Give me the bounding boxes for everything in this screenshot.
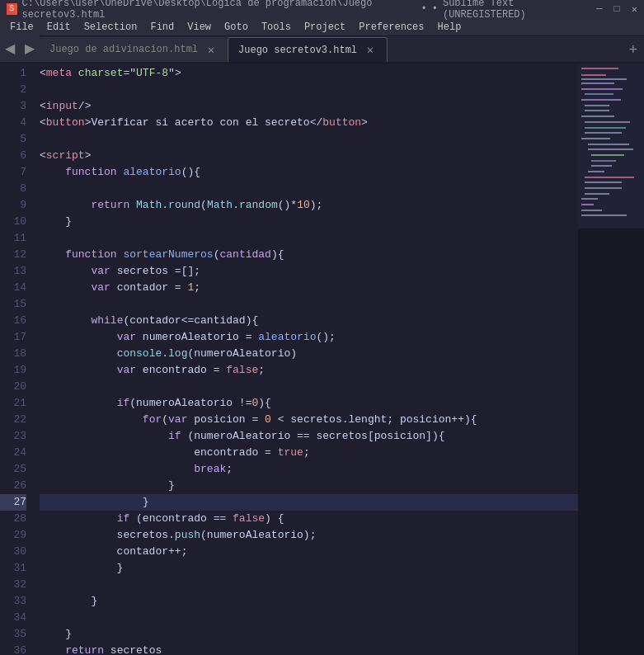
menu-file[interactable]: File (3, 20, 40, 35)
menu-project[interactable]: Project (298, 20, 352, 35)
svg-rect-17 (588, 148, 633, 150)
title-separator: • (421, 3, 427, 15)
line-numbers: 1 2 3 4 5 6 7 8 9 10 11 12 13 14 15 16 1… (0, 64, 35, 655)
svg-rect-14 (585, 132, 622, 134)
code-line-4: <button>Verificar si acerto con el secre… (40, 115, 578, 131)
code-line-28: if (encontrado == false) { (40, 511, 578, 527)
tab-bar: ◀ ▶ Juego de adivinacion.html ✕ Juego se… (0, 36, 644, 64)
code-line-12: function sortearNumeros(cantidad){ (40, 247, 578, 263)
svg-rect-13 (585, 127, 626, 129)
code-line-9: return Math.round(Math.random()*10); (40, 197, 578, 214)
code-line-26: } (40, 478, 578, 494)
code-line-15 (40, 296, 578, 313)
tab-adivinacion[interactable]: Juego de adivinacion.html ✕ (40, 37, 228, 62)
line-num-22: 22 (0, 412, 26, 428)
code-line-1: <meta charset="UTF-8"> (40, 65, 578, 82)
code-line-6: <script> (40, 148, 578, 164)
line-num-18: 18 (0, 346, 26, 362)
line-num-30: 30 (0, 544, 26, 560)
tab-prev-button[interactable]: ◀ (0, 35, 20, 62)
menu-find[interactable]: Find (143, 20, 181, 35)
svg-rect-7 (585, 93, 613, 95)
editor: 1 2 3 4 5 6 7 8 9 10 11 12 13 14 15 16 1… (0, 64, 644, 655)
title-path: C:\Users\user\OneDrive\Desktop\Logica de… (22, 0, 416, 21)
svg-rect-28 (581, 210, 602, 211)
line-num-12: 12 (0, 247, 26, 263)
window-maximize[interactable]: □ (614, 3, 620, 15)
code-line-3: <input/> (40, 98, 578, 115)
line-num-16: 16 (0, 313, 26, 329)
line-num-4: 4 (0, 115, 26, 131)
code-line-16: while(contador<=cantidad){ (40, 313, 578, 329)
svg-rect-6 (581, 88, 623, 90)
menu-selection[interactable]: Selection (78, 20, 144, 35)
menu-help[interactable]: Help (431, 20, 468, 35)
svg-rect-22 (585, 177, 634, 178)
code-line-34 (40, 610, 578, 626)
tab-secreto-close[interactable]: ✕ (364, 44, 377, 57)
line-num-3: 3 (0, 98, 26, 115)
title-separator2: • (432, 3, 438, 15)
line-num-17: 17 (0, 329, 26, 346)
tab-secreto[interactable]: Juego secretov3.html ✕ (228, 37, 388, 62)
menu-tools[interactable]: Tools (255, 20, 298, 35)
code-line-24: encontrado = true; (40, 445, 578, 461)
line-num-33: 33 (0, 593, 26, 610)
line-num-11: 11 (0, 230, 26, 247)
svg-rect-19 (591, 160, 616, 162)
code-line-35: } (40, 626, 578, 643)
code-line-36: return secretos (40, 643, 578, 655)
line-num-23: 23 (0, 428, 26, 445)
svg-rect-3 (581, 74, 606, 76)
menu-edit[interactable]: Edit (40, 20, 78, 35)
svg-rect-8 (581, 99, 621, 101)
svg-rect-5 (581, 82, 614, 84)
svg-rect-23 (585, 181, 622, 183)
tab-add-button[interactable]: + (622, 37, 644, 62)
tab-next-button[interactable]: ▶ (20, 35, 40, 62)
line-num-32: 32 (0, 577, 26, 593)
code-line-33: } (40, 593, 578, 610)
line-num-5: 5 (0, 131, 26, 148)
code-line-14: var contador = 1; (40, 280, 578, 296)
line-num-2: 2 (0, 82, 26, 98)
line-num-10: 10 (0, 214, 26, 230)
svg-rect-21 (588, 171, 604, 172)
menu-view[interactable]: View (181, 20, 218, 35)
line-num-14: 14 (0, 280, 26, 296)
svg-rect-25 (585, 193, 609, 195)
code-area[interactable]: <meta charset="UTF-8"> <input/> <button>… (35, 64, 578, 655)
line-num-21: 21 (0, 395, 26, 412)
code-line-27: } (40, 494, 578, 511)
window-close[interactable]: ✕ (632, 3, 637, 16)
svg-rect-2 (581, 68, 618, 69)
line-num-24: 24 (0, 445, 26, 461)
code-line-31: } (40, 560, 578, 577)
svg-rect-4 (581, 78, 627, 80)
app-icon: S (7, 3, 17, 15)
menu-bar: File Edit Selection Find View Goto Tools… (0, 18, 644, 36)
code-line-8 (40, 181, 578, 197)
tab-adivinacion-close[interactable]: ✕ (204, 43, 218, 56)
menu-goto[interactable]: Goto (218, 20, 255, 35)
svg-rect-16 (588, 144, 629, 145)
line-num-25: 25 (0, 461, 26, 478)
tab-secreto-label: Juego secretov3.html (238, 45, 357, 56)
line-num-36: 36 (0, 643, 26, 655)
line-num-34: 34 (0, 610, 26, 626)
code-line-20 (40, 379, 578, 395)
svg-rect-12 (585, 121, 630, 123)
line-num-8: 8 (0, 181, 26, 197)
line-num-9: 9 (0, 197, 26, 214)
code-line-18: console.log(numeroAleatorio) (40, 346, 578, 362)
window-minimize[interactable]: ─ (596, 3, 602, 15)
line-num-6: 6 (0, 148, 26, 164)
code-line-7: function aleatorio(){ (40, 164, 578, 181)
line-num-29: 29 (0, 527, 26, 544)
menu-preferences[interactable]: Preferences (352, 20, 430, 35)
code-line-5 (40, 131, 578, 148)
code-line-11 (40, 230, 578, 247)
code-line-23: if (numeroAleatorio == secretos[posicion… (40, 428, 578, 445)
svg-rect-20 (591, 165, 612, 167)
code-line-19: var encontrado = false; (40, 362, 578, 379)
